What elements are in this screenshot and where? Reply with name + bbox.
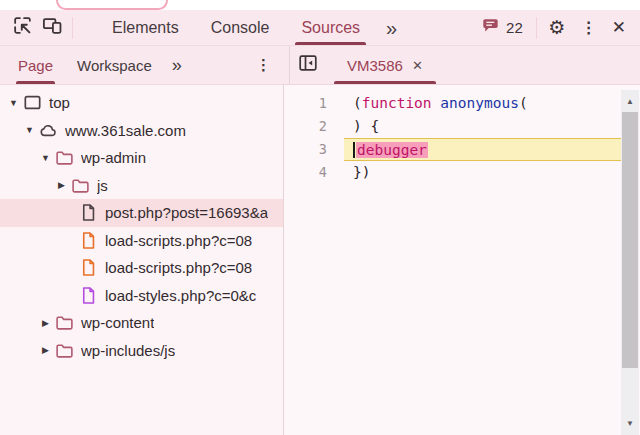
- code-line: 4}): [284, 161, 640, 184]
- close-icon: ✕: [612, 18, 626, 37]
- toolbar-divider: [72, 17, 73, 39]
- file-gray-icon: [79, 203, 98, 222]
- folder-icon: [55, 313, 74, 332]
- gear-icon: ⚙: [548, 18, 565, 37]
- inspect-element-button[interactable]: [7, 14, 37, 42]
- more-navigator-tabs-button[interactable]: »: [164, 55, 190, 76]
- folder-icon: [55, 148, 74, 167]
- code-token: [432, 95, 441, 111]
- scroll-down-icon[interactable]: ▼: [621, 416, 639, 430]
- issues-counter[interactable]: 22: [481, 16, 523, 39]
- cloud-icon: [39, 121, 58, 140]
- issues-count: 22: [506, 19, 523, 36]
- tab-console[interactable]: Console: [195, 10, 286, 45]
- code-line: 2) {: [284, 115, 640, 138]
- code-line: 1(function anonymous(: [284, 92, 640, 115]
- tree-row-label: load-scripts.php?c=08: [105, 259, 252, 276]
- code-editor[interactable]: 1(function anonymous(2) {3debugger4}) ▲ …: [284, 85, 640, 435]
- file-orange-icon: [79, 231, 98, 250]
- code-line-content[interactable]: }): [344, 161, 621, 184]
- scroll-up-icon[interactable]: ▲: [621, 94, 639, 108]
- line-number[interactable]: 3: [284, 138, 344, 161]
- tree-row-js[interactable]: ▶js: [0, 172, 283, 200]
- editor-tab-vm3586[interactable]: VM3586 ✕: [334, 46, 436, 84]
- sources-content: ▼top▼www.361sale.com▼wp-admin▶jspost.php…: [0, 85, 640, 435]
- tree-arrow-icon[interactable]: ▶: [54, 180, 69, 190]
- navigator-tab-workspace[interactable]: Workspace: [65, 46, 164, 84]
- close-tab-icon[interactable]: ✕: [412, 58, 423, 73]
- toggle-navigator-button[interactable]: [290, 46, 326, 84]
- toolbar-right-group: 22 ⚙ ⋮ ✕: [481, 14, 640, 42]
- code-token: ) {: [353, 118, 379, 134]
- panel-tabs: ElementsConsoleSources: [96, 10, 376, 45]
- tree-row-wp-content[interactable]: ▶wp-content: [0, 309, 283, 337]
- tree-row-wp-admin[interactable]: ▼wp-admin: [0, 144, 283, 172]
- editor-scrollbar[interactable]: ▲ ▼: [621, 90, 639, 435]
- tree-row-label: load-scripts.php?c=08: [105, 232, 252, 249]
- tree-row-label: wp-includes/js: [81, 342, 175, 359]
- tree-arrow-icon[interactable]: ▼: [38, 153, 53, 163]
- navigator-tabbar: PageWorkspace » ⋮: [0, 46, 290, 84]
- code-token: (: [353, 95, 362, 111]
- navigator-menu-button[interactable]: ⋮: [256, 56, 271, 74]
- settings-button[interactable]: ⚙: [542, 14, 572, 42]
- code-line-content[interactable]: (function anonymous(: [344, 92, 621, 115]
- code-token: }): [353, 164, 370, 180]
- device-toolbar-button[interactable]: [37, 14, 67, 42]
- tree-row-load-scripts-php-c-08[interactable]: load-scripts.php?c=08: [0, 227, 283, 255]
- tree-row-www-361sale-com[interactable]: ▼www.361sale.com: [0, 117, 283, 145]
- tree-row-label: top: [49, 94, 70, 111]
- navigator-tabs: PageWorkspace: [6, 46, 164, 84]
- tree-arrow-icon[interactable]: ▶: [38, 345, 53, 355]
- code-token: anonymous: [440, 95, 519, 111]
- code-line-paused: 3debugger: [284, 138, 640, 161]
- tree-row-top[interactable]: ▼top: [0, 89, 283, 117]
- frame-icon: [23, 93, 42, 112]
- sources-subbar: PageWorkspace » ⋮ VM3586 ✕: [0, 46, 640, 85]
- tree-arrow-icon[interactable]: ▶: [38, 318, 53, 328]
- tree-row-load-scripts-php-c-08[interactable]: load-scripts.php?c=08: [0, 254, 283, 282]
- toolbar-divider: [536, 17, 537, 39]
- issues-bubble-icon: [481, 16, 500, 39]
- kebab-menu-icon: ⋮: [256, 56, 271, 73]
- tree-row-label: js: [97, 177, 108, 194]
- debugger-token: debugger: [356, 142, 428, 158]
- devtools-window: ElementsConsoleSources » 22 ⚙ ⋮ ✕ PageW: [0, 0, 640, 435]
- line-number[interactable]: 4: [284, 161, 344, 184]
- kebab-menu-icon: ⋮: [581, 19, 597, 36]
- code-lines: 1(function anonymous(2) {3debugger4}): [284, 92, 640, 184]
- page-behind-rounded-element: [56, 0, 168, 10]
- scrollbar-thumb[interactable]: [622, 112, 638, 368]
- file-purple-icon: [79, 286, 98, 305]
- chevron-double-icon: »: [172, 55, 182, 75]
- tab-sources[interactable]: Sources: [285, 10, 376, 45]
- code-line-content[interactable]: debugger: [344, 138, 621, 161]
- device-toolbar-icon: [42, 15, 63, 40]
- more-panels-button[interactable]: »: [376, 18, 407, 38]
- folder-icon: [55, 341, 74, 360]
- navigator-tab-page[interactable]: Page: [6, 46, 65, 84]
- tree-row-post-php-post-16693-a[interactable]: post.php?post=16693&a: [0, 199, 283, 227]
- line-number[interactable]: 1: [284, 92, 344, 115]
- close-devtools-button[interactable]: ✕: [606, 19, 632, 36]
- chevron-double-icon: »: [386, 17, 397, 39]
- panel-toggle-icon: [298, 53, 318, 77]
- code-line-content[interactable]: ) {: [344, 115, 621, 138]
- customize-menu-button[interactable]: ⋮: [572, 20, 606, 36]
- tree-row-load-styles-php-c-0-c[interactable]: load-styles.php?c=0&c: [0, 282, 283, 310]
- text-caret: [353, 142, 355, 158]
- page-behind-strip: [0, 0, 640, 10]
- file-tree: ▼top▼www.361sale.com▼wp-admin▶jspost.php…: [0, 85, 284, 435]
- tree-arrow-icon[interactable]: ▼: [6, 98, 21, 108]
- tree-row-label: post.php?post=16693&a: [105, 204, 268, 221]
- tree-row-wp-includes-js[interactable]: ▶wp-includes/js: [0, 337, 283, 365]
- tree-row-label: wp-admin: [81, 149, 146, 166]
- tree-row-label: load-styles.php?c=0&c: [105, 287, 256, 304]
- tree-row-label: www.361sale.com: [65, 122, 186, 139]
- tab-elements[interactable]: Elements: [96, 10, 195, 45]
- devtools-toolbar: ElementsConsoleSources » 22 ⚙ ⋮ ✕: [0, 10, 640, 46]
- line-number[interactable]: 2: [284, 115, 344, 138]
- folder-icon: [71, 176, 90, 195]
- tree-arrow-icon[interactable]: ▼: [22, 125, 37, 135]
- tree-row-label: wp-content: [81, 314, 154, 331]
